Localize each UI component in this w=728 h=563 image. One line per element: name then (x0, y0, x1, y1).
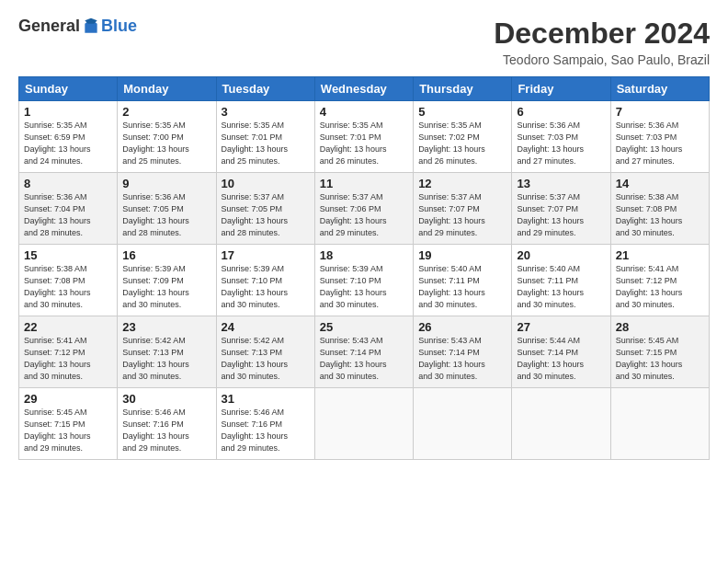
day-number: 7 (616, 105, 704, 119)
calendar-week-row: 8Sunrise: 5:36 AM Sunset: 7:04 PM Daylig… (19, 173, 710, 245)
day-number: 16 (122, 248, 210, 262)
day-info: Sunrise: 5:38 AM Sunset: 7:08 PM Dayligh… (24, 263, 112, 311)
day-info: Sunrise: 5:46 AM Sunset: 7:16 PM Dayligh… (222, 407, 310, 454)
calendar-cell (512, 388, 610, 460)
calendar-cell: 18Sunrise: 5:39 AM Sunset: 7:10 PM Dayli… (314, 245, 413, 316)
calendar-cell: 11Sunrise: 5:37 AM Sunset: 7:06 PM Dayli… (314, 173, 413, 245)
calendar-cell: 27Sunrise: 5:44 AM Sunset: 7:14 PM Dayli… (512, 316, 610, 388)
day-number: 1 (24, 105, 112, 119)
month-title: December 2024 (494, 17, 710, 51)
day-info: Sunrise: 5:36 AM Sunset: 7:03 PM Dayligh… (616, 120, 704, 167)
day-number: 27 (517, 320, 605, 334)
day-info: Sunrise: 5:35 AM Sunset: 7:02 PM Dayligh… (418, 120, 506, 167)
calendar-cell: 3Sunrise: 5:35 AM Sunset: 7:01 PM Daylig… (216, 101, 314, 173)
day-number: 22 (24, 320, 112, 334)
calendar-cell: 6Sunrise: 5:36 AM Sunset: 7:03 PM Daylig… (512, 101, 610, 173)
calendar-cell: 22Sunrise: 5:41 AM Sunset: 7:12 PM Dayli… (19, 316, 118, 388)
day-number: 4 (320, 105, 408, 119)
day-info: Sunrise: 5:40 AM Sunset: 7:11 PM Dayligh… (517, 263, 605, 311)
calendar-header-thursday: Thursday (414, 77, 512, 101)
day-info: Sunrise: 5:44 AM Sunset: 7:14 PM Dayligh… (517, 335, 605, 383)
calendar-header-friday: Friday (512, 77, 610, 101)
calendar-cell: 26Sunrise: 5:43 AM Sunset: 7:14 PM Dayli… (414, 316, 512, 388)
day-number: 20 (517, 248, 605, 262)
calendar-cell: 24Sunrise: 5:42 AM Sunset: 7:13 PM Dayli… (216, 316, 314, 388)
day-info: Sunrise: 5:37 AM Sunset: 7:07 PM Dayligh… (418, 191, 506, 239)
day-info: Sunrise: 5:43 AM Sunset: 7:14 PM Dayligh… (418, 335, 506, 383)
calendar-week-row: 29Sunrise: 5:45 AM Sunset: 7:15 PM Dayli… (19, 388, 710, 460)
day-number: 28 (616, 320, 704, 334)
day-info: Sunrise: 5:46 AM Sunset: 7:16 PM Dayligh… (122, 407, 210, 454)
title-section: December 2024 Teodoro Sampaio, Sao Paulo… (494, 17, 710, 67)
calendar-cell: 17Sunrise: 5:39 AM Sunset: 7:10 PM Dayli… (216, 245, 314, 316)
day-info: Sunrise: 5:41 AM Sunset: 7:12 PM Dayligh… (24, 335, 112, 383)
day-number: 10 (222, 177, 310, 190)
logo-text: General Blue (18, 17, 137, 36)
day-number: 17 (222, 248, 310, 262)
calendar-cell: 30Sunrise: 5:46 AM Sunset: 7:16 PM Dayli… (118, 388, 216, 460)
day-info: Sunrise: 5:39 AM Sunset: 7:09 PM Dayligh… (122, 263, 210, 311)
day-info: Sunrise: 5:35 AM Sunset: 7:01 PM Dayligh… (320, 120, 408, 167)
day-info: Sunrise: 5:45 AM Sunset: 7:15 PM Dayligh… (616, 335, 704, 383)
calendar-cell: 10Sunrise: 5:37 AM Sunset: 7:05 PM Dayli… (216, 173, 314, 245)
calendar-cell: 16Sunrise: 5:39 AM Sunset: 7:09 PM Dayli… (118, 245, 216, 316)
day-number: 15 (24, 248, 112, 262)
day-number: 19 (418, 248, 506, 262)
day-number: 9 (122, 177, 210, 190)
calendar-cell: 20Sunrise: 5:40 AM Sunset: 7:11 PM Dayli… (512, 245, 610, 316)
calendar-cell: 5Sunrise: 5:35 AM Sunset: 7:02 PM Daylig… (414, 101, 512, 173)
calendar-header-wednesday: Wednesday (314, 77, 413, 101)
header: General Blue December 2024 Teodoro Sampa… (18, 17, 710, 67)
calendar-cell: 8Sunrise: 5:36 AM Sunset: 7:04 PM Daylig… (19, 173, 118, 245)
calendar-cell: 31Sunrise: 5:46 AM Sunset: 7:16 PM Dayli… (216, 388, 314, 460)
day-number: 11 (320, 177, 408, 190)
day-info: Sunrise: 5:35 AM Sunset: 7:01 PM Dayligh… (222, 120, 310, 167)
calendar-header-sunday: Sunday (19, 77, 118, 101)
calendar-header-row: SundayMondayTuesdayWednesdayThursdayFrid… (19, 77, 710, 101)
day-number: 21 (616, 248, 704, 262)
day-info: Sunrise: 5:36 AM Sunset: 7:04 PM Dayligh… (24, 191, 112, 239)
day-number: 5 (418, 105, 506, 119)
day-info: Sunrise: 5:36 AM Sunset: 7:05 PM Dayligh… (122, 191, 210, 239)
day-number: 31 (222, 392, 310, 406)
day-info: Sunrise: 5:37 AM Sunset: 7:07 PM Dayligh… (517, 191, 605, 239)
calendar-cell: 7Sunrise: 5:36 AM Sunset: 7:03 PM Daylig… (610, 101, 709, 173)
day-info: Sunrise: 5:39 AM Sunset: 7:10 PM Dayligh… (222, 263, 310, 311)
logo: General Blue (18, 17, 137, 36)
day-number: 29 (24, 392, 112, 406)
logo-blue: Blue (101, 17, 137, 36)
calendar-cell: 9Sunrise: 5:36 AM Sunset: 7:05 PM Daylig… (118, 173, 216, 245)
day-number: 23 (122, 320, 210, 334)
day-number: 12 (418, 177, 506, 190)
calendar-cell: 21Sunrise: 5:41 AM Sunset: 7:12 PM Dayli… (610, 245, 709, 316)
calendar-cell: 28Sunrise: 5:45 AM Sunset: 7:15 PM Dayli… (610, 316, 709, 388)
day-info: Sunrise: 5:37 AM Sunset: 7:06 PM Dayligh… (320, 191, 408, 239)
day-number: 13 (517, 177, 605, 190)
day-info: Sunrise: 5:36 AM Sunset: 7:03 PM Dayligh… (517, 120, 605, 167)
calendar-cell: 4Sunrise: 5:35 AM Sunset: 7:01 PM Daylig… (314, 101, 413, 173)
day-info: Sunrise: 5:38 AM Sunset: 7:08 PM Dayligh… (616, 191, 704, 239)
day-number: 2 (122, 105, 210, 119)
logo-general: General (18, 17, 80, 36)
calendar-cell (414, 388, 512, 460)
day-number: 3 (222, 105, 310, 119)
day-number: 14 (616, 177, 704, 190)
day-info: Sunrise: 5:42 AM Sunset: 7:13 PM Dayligh… (122, 335, 210, 383)
calendar-cell: 29Sunrise: 5:45 AM Sunset: 7:15 PM Dayli… (19, 388, 118, 460)
day-info: Sunrise: 5:39 AM Sunset: 7:10 PM Dayligh… (320, 263, 408, 311)
calendar-cell (610, 388, 709, 460)
day-number: 6 (517, 105, 605, 119)
day-info: Sunrise: 5:41 AM Sunset: 7:12 PM Dayligh… (616, 263, 704, 311)
calendar-cell: 25Sunrise: 5:43 AM Sunset: 7:14 PM Dayli… (314, 316, 413, 388)
calendar-cell: 15Sunrise: 5:38 AM Sunset: 7:08 PM Dayli… (19, 245, 118, 316)
calendar-week-row: 22Sunrise: 5:41 AM Sunset: 7:12 PM Dayli… (19, 316, 710, 388)
calendar-header-tuesday: Tuesday (216, 77, 314, 101)
day-number: 25 (320, 320, 408, 334)
day-info: Sunrise: 5:40 AM Sunset: 7:11 PM Dayligh… (418, 263, 506, 311)
day-number: 26 (418, 320, 506, 334)
calendar-cell (314, 388, 413, 460)
day-number: 30 (122, 392, 210, 406)
calendar-cell: 13Sunrise: 5:37 AM Sunset: 7:07 PM Dayli… (512, 173, 610, 245)
calendar-cell: 2Sunrise: 5:35 AM Sunset: 7:00 PM Daylig… (118, 101, 216, 173)
day-info: Sunrise: 5:35 AM Sunset: 6:59 PM Dayligh… (24, 120, 112, 167)
